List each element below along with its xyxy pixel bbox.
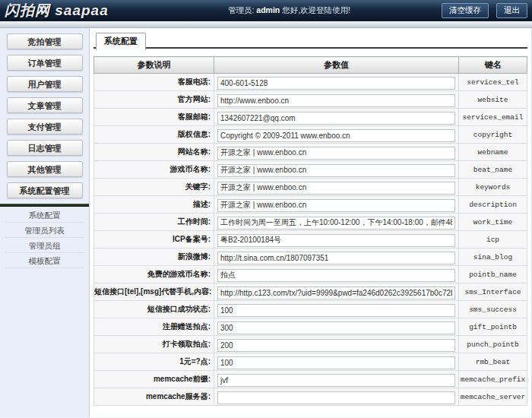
param-value-input[interactable]	[217, 339, 455, 352]
param-value-cell	[214, 249, 459, 266]
param-label: 描述:	[94, 196, 214, 214]
config-row: 新浪微博:sina_blog	[94, 249, 527, 266]
param-key: services_tel	[459, 74, 527, 91]
param-value-cell	[214, 179, 459, 196]
config-row: 短信接口成功状态:sms_success	[94, 301, 527, 318]
param-value-input[interactable]	[217, 147, 455, 160]
param-value-input[interactable]	[217, 234, 455, 247]
param-value-input[interactable]	[217, 374, 455, 387]
param-value-cell	[214, 161, 459, 179]
param-label: 网站名称:	[94, 144, 214, 161]
param-value-cell	[214, 109, 459, 126]
config-row: 版权信息:copyright	[94, 126, 527, 144]
param-value-cell	[214, 371, 459, 388]
param-value-input[interactable]	[217, 304, 455, 317]
admin-label: 管理员:	[228, 5, 254, 14]
sidebar-item-3[interactable]: 用户管理	[7, 76, 83, 92]
param-value-input[interactable]	[217, 217, 455, 230]
sidebar-item-8[interactable]: 系统配置管理	[7, 182, 83, 198]
param-value-cell	[214, 318, 459, 336]
param-value-input[interactable]	[217, 269, 455, 282]
param-label: 版权信息:	[94, 126, 214, 144]
param-label: 工作时间:	[94, 214, 214, 231]
config-row: 描述:description	[94, 196, 527, 214]
param-value-input[interactable]	[217, 199, 455, 212]
param-value-cell	[214, 283, 459, 301]
param-key: webname	[459, 144, 527, 161]
param-key: keywords	[459, 179, 527, 196]
greeting-text: 您好,欢迎登陆使用!	[282, 5, 350, 14]
param-value-cell	[214, 126, 459, 144]
param-value-cell	[214, 144, 459, 161]
config-row: 打卡领取拍点:punch_pointb	[94, 336, 527, 353]
param-label: 短信接口成功状态:	[94, 301, 214, 318]
sidebar-item-1[interactable]: 竞拍管理	[7, 33, 83, 49]
param-key: beat_name	[459, 161, 527, 179]
param-value-input[interactable]	[217, 77, 455, 90]
param-key: pointb_name	[459, 266, 527, 283]
param-value-input[interactable]	[217, 129, 455, 142]
param-value-input[interactable]	[217, 112, 455, 125]
sidebar-sub-menu: 系统配置管理员列表管理员组模板配置	[0, 207, 89, 268]
sidebar-subitem-2[interactable]: 管理员列表	[5, 223, 84, 238]
column-header-param-desc: 参数说明	[94, 57, 214, 74]
param-value-cell	[214, 74, 459, 91]
column-header-param-value: 参数值	[214, 57, 459, 74]
param-key: copyright	[459, 126, 527, 144]
sidebar-main-menu: 竞拍管理订单管理用户管理文章管理支付管理日志管理其他管理系统配置管理	[0, 33, 89, 198]
sidebar: 竞拍管理订单管理用户管理文章管理支付管理日志管理其他管理系统配置管理 系统配置管…	[0, 28, 90, 417]
param-value-cell	[214, 301, 459, 318]
sidebar-item-6[interactable]: 日志管理	[7, 140, 83, 156]
sidebar-subitem-3[interactable]: 管理员组	[5, 238, 84, 253]
param-label: 新浪微博:	[94, 249, 214, 266]
param-label: 免费的游戏币名称:	[94, 266, 214, 283]
param-label: 1元=?点:	[94, 353, 214, 371]
config-row: 注册赠送拍点:gift_pointb	[94, 318, 527, 336]
logout-button[interactable]: 退出	[496, 3, 527, 18]
param-value-cell	[214, 196, 459, 214]
config-row: memcache前缀:memcache_prefix	[94, 371, 527, 388]
config-table: 参数说明 参数值 键名 客服电话:services_tel官方网站:websit…	[93, 56, 527, 406]
param-key: punch_pointb	[459, 336, 527, 353]
param-key: sms_success	[459, 301, 527, 318]
sidebar-item-2[interactable]: 订单管理	[7, 55, 83, 71]
param-value-input[interactable]	[217, 182, 455, 195]
clear-cache-button[interactable]: 清空缓存	[442, 3, 489, 18]
admin-greeting: 管理员: admin 您好,欢迎登陆使用!	[228, 5, 350, 16]
config-row: 短信接口[tel],[msg]代替手机,内容:sms_Interface	[94, 283, 527, 301]
param-label: 短信接口[tel],[msg]代替手机,内容:	[94, 283, 214, 301]
config-row: 游戏币名称:beat_name	[94, 161, 527, 179]
param-value-cell	[214, 231, 459, 249]
param-label: 客服电话:	[94, 74, 214, 91]
param-key: memcache_prefix	[459, 371, 527, 388]
param-value-input[interactable]	[217, 321, 455, 334]
param-key: gift_pointb	[459, 318, 527, 336]
param-key: memcache_server	[459, 388, 527, 406]
param-value-input[interactable]	[217, 356, 455, 369]
param-value-input[interactable]	[217, 391, 455, 404]
param-value-input[interactable]	[217, 94, 455, 107]
tab-system-config[interactable]: 系统配置	[96, 33, 146, 50]
param-label: 打卡领取拍点:	[94, 336, 214, 353]
config-row: 1元=?点:rmb_beat	[94, 353, 527, 371]
main-content: 系统配置 参数说明 参数值 键名 客服电话:services_tel官方网站:w…	[90, 28, 532, 417]
config-row: 官方网站:website	[94, 91, 527, 109]
sidebar-subitem-1[interactable]: 系统配置	[5, 207, 84, 223]
sidebar-item-7[interactable]: 其他管理	[7, 161, 83, 177]
sidebar-item-5[interactable]: 支付管理	[7, 119, 83, 135]
sidebar-item-4[interactable]: 文章管理	[7, 97, 83, 113]
param-value-cell	[214, 214, 459, 231]
param-value-input[interactable]	[217, 252, 455, 264]
param-value-input[interactable]	[217, 164, 455, 177]
param-label: ICP备案号:	[94, 231, 214, 249]
admin-name: admin	[256, 5, 280, 14]
param-label: 客服邮箱:	[94, 109, 214, 126]
sidebar-subitem-4[interactable]: 模板配置	[5, 253, 84, 268]
table-header-row: 参数说明 参数值 键名	[94, 57, 527, 74]
param-value-input[interactable]	[217, 287, 455, 299]
config-row: ICP备案号:icp	[94, 231, 527, 249]
top-header: 闪拍网 saapaa 管理员: admin 您好,欢迎登陆使用! 清空缓存 退出	[0, 0, 532, 21]
column-header-key-name: 键名	[459, 57, 527, 74]
config-row: memcache服务器:memcache_server	[94, 388, 527, 406]
param-value-cell	[214, 91, 459, 109]
